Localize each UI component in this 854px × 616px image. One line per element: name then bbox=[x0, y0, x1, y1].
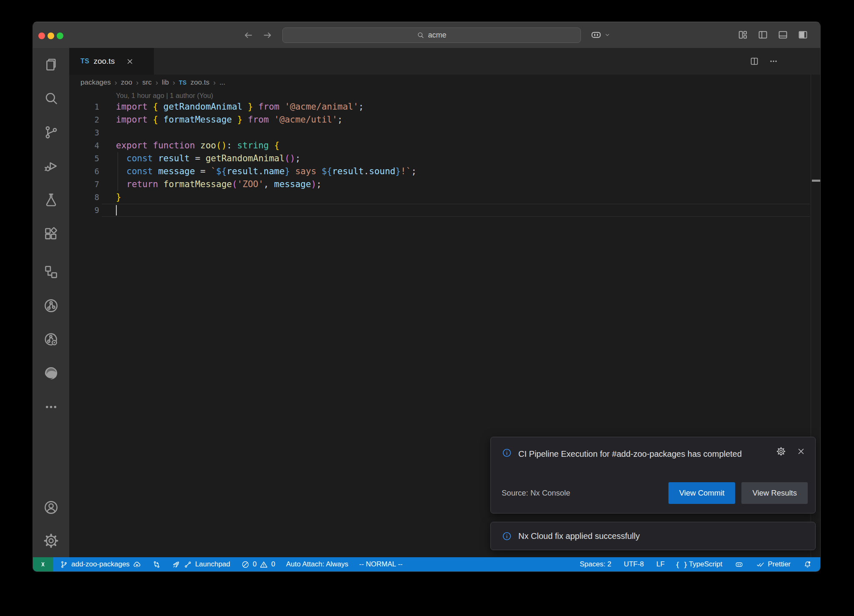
run-debug-icon bbox=[43, 158, 59, 174]
close-window-button[interactable] bbox=[38, 33, 45, 39]
code-line-9: 9 bbox=[69, 204, 820, 217]
hierarchy-icon bbox=[43, 264, 59, 280]
navigate-forward-icon[interactable] bbox=[262, 30, 273, 41]
cloud-upload-icon bbox=[133, 560, 141, 569]
text-cursor bbox=[116, 205, 117, 215]
more-actions-button[interactable] bbox=[769, 56, 779, 66]
error-icon bbox=[241, 560, 250, 569]
status-item-label: LF bbox=[656, 560, 665, 568]
code-lines: 1import { getRandomAnimal } from '@acme/… bbox=[69, 100, 820, 217]
status-item-label: Auto Attach: Always bbox=[286, 560, 348, 568]
code-text: import { getRandomAnimal } from '@acme/a… bbox=[99, 100, 364, 113]
vscode-window: acme TS zoo.ts packages›zoo›src bbox=[33, 22, 821, 572]
status-item-language-mode[interactable]: { }TypeScript bbox=[677, 560, 722, 569]
notification-message: Nx Cloud fix applied successfully bbox=[518, 528, 640, 543]
code-line-2: 2import { formatMessage } from '@acme/ut… bbox=[69, 113, 820, 126]
status-item-formatter[interactable]: Prettier bbox=[756, 560, 791, 569]
breadcrumb-item[interactable]: packages bbox=[80, 78, 111, 87]
command-center-search[interactable]: acme bbox=[282, 28, 581, 43]
notification-close-icon[interactable] bbox=[796, 446, 806, 456]
line-number: 4 bbox=[69, 139, 99, 152]
status-item-label: Spaces: 2 bbox=[580, 560, 611, 568]
notification-actions: View CommitView Results bbox=[668, 482, 808, 504]
breadcrumb-file[interactable]: zoo.ts bbox=[191, 78, 209, 87]
copilot-menu-button[interactable] bbox=[590, 29, 611, 41]
navigate-back-icon[interactable] bbox=[243, 30, 254, 41]
status-item-auto-attach[interactable]: Auto Attach: Always bbox=[286, 560, 348, 568]
remote-indicator[interactable] bbox=[33, 557, 53, 571]
code-text bbox=[99, 204, 116, 217]
code-line-5: 5 const result = getRandomAnimal(); bbox=[69, 152, 820, 165]
status-item-eol[interactable]: LF bbox=[656, 560, 665, 568]
customize-layout-button[interactable] bbox=[737, 29, 749, 40]
status-item-copilot-status[interactable] bbox=[735, 560, 743, 569]
activity-item-nx-cloud[interactable] bbox=[33, 323, 69, 356]
search-query: acme bbox=[428, 31, 446, 40]
chevron-down-icon bbox=[604, 31, 611, 38]
breadcrumb-more[interactable]: ... bbox=[219, 78, 225, 87]
activity-item-explorer[interactable] bbox=[33, 48, 69, 82]
status-item-vim-mode[interactable]: -- NORMAL -- bbox=[359, 560, 402, 568]
node-icon bbox=[183, 560, 192, 569]
toggle-panel-button[interactable] bbox=[777, 29, 789, 40]
activity-item-nx-console[interactable] bbox=[33, 289, 69, 323]
rocket-icon bbox=[172, 560, 181, 569]
search-icon bbox=[43, 90, 59, 107]
activity-item-source-control[interactable] bbox=[33, 115, 69, 149]
status-item-label: -- NORMAL -- bbox=[359, 560, 402, 568]
source-control-icon bbox=[43, 124, 59, 140]
code-text: return formatMessage('ZOO', message); bbox=[99, 178, 322, 191]
activity-item-settings[interactable] bbox=[33, 524, 69, 557]
breadcrumb-item[interactable]: src bbox=[142, 78, 152, 87]
activity-item-account[interactable] bbox=[33, 491, 69, 524]
account-icon bbox=[43, 499, 59, 516]
minimize-window-button[interactable] bbox=[48, 33, 54, 39]
activity-item-search[interactable] bbox=[33, 82, 69, 115]
typescript-file-icon: TS bbox=[179, 79, 187, 86]
notification-toast-nx-cloud: Nx Cloud fix applied successfully bbox=[490, 522, 816, 550]
status-item-compare-changes[interactable] bbox=[152, 560, 161, 569]
activity-item-extensions[interactable] bbox=[33, 217, 69, 250]
status-item-git-branch[interactable]: add-zoo-packages bbox=[60, 560, 141, 569]
notification-message: CI Pipeline Execution for #add-zoo-packa… bbox=[518, 446, 760, 461]
zoom-window-button[interactable] bbox=[57, 33, 63, 39]
git-blame-annotation: You, 1 hour ago | 1 author (You) bbox=[69, 90, 820, 100]
line-number: 3 bbox=[69, 126, 99, 139]
split-editor-button[interactable] bbox=[749, 56, 759, 66]
view-commit-button[interactable]: View Commit bbox=[668, 482, 736, 504]
status-item-launchpad[interactable]: Launchpad bbox=[172, 560, 230, 569]
line-number: 1 bbox=[69, 100, 99, 113]
status-item-label: 0 bbox=[271, 560, 275, 568]
line-number: 5 bbox=[69, 152, 99, 165]
toggle-primary-sidebar-button[interactable] bbox=[757, 29, 769, 40]
activity-item-type-hierarchy[interactable] bbox=[33, 255, 69, 289]
status-item-problems[interactable]: 00 bbox=[241, 560, 275, 569]
tab-zoo-ts[interactable]: TS zoo.ts bbox=[69, 48, 154, 75]
breadcrumb-item[interactable]: zoo bbox=[121, 78, 132, 87]
status-bar-right: Spaces: 2UTF-8LF{ }TypeScriptPrettier bbox=[580, 557, 820, 571]
status-item-label: 0 bbox=[253, 560, 256, 568]
activity-item-testing[interactable] bbox=[33, 183, 69, 217]
extensions-icon bbox=[43, 225, 59, 242]
breadcrumb-separator: › bbox=[213, 78, 216, 87]
activity-item-run-debug[interactable] bbox=[33, 149, 69, 183]
view-results-button[interactable]: View Results bbox=[741, 482, 808, 504]
notification-settings-icon[interactable] bbox=[776, 446, 786, 456]
indent-guide bbox=[118, 152, 118, 191]
code-text: export function zoo(): string { bbox=[99, 139, 279, 152]
explorer-icon bbox=[43, 57, 59, 73]
status-bar-left: add-zoo-packagesLaunchpad00Auto Attach: … bbox=[53, 557, 402, 571]
status-item-label: Launchpad bbox=[195, 560, 230, 568]
status-item-indentation[interactable]: Spaces: 2 bbox=[580, 560, 611, 568]
status-item-notifications-bell[interactable] bbox=[803, 560, 812, 569]
tab-bar: TS zoo.ts bbox=[69, 48, 820, 75]
close-tab-icon[interactable] bbox=[126, 57, 134, 66]
breadcrumb-item[interactable]: lib bbox=[162, 78, 169, 87]
code-text: import { formatMessage } from '@acme/uti… bbox=[99, 113, 343, 126]
toggle-secondary-sidebar-button[interactable] bbox=[797, 29, 809, 40]
activity-item-more-views[interactable] bbox=[33, 390, 69, 424]
typescript-file-icon: TS bbox=[80, 58, 89, 65]
code-line-7: 7 return formatMessage('ZOO', message); bbox=[69, 178, 820, 191]
activity-item-edge-tools[interactable] bbox=[33, 356, 69, 390]
status-item-encoding[interactable]: UTF-8 bbox=[624, 560, 644, 568]
